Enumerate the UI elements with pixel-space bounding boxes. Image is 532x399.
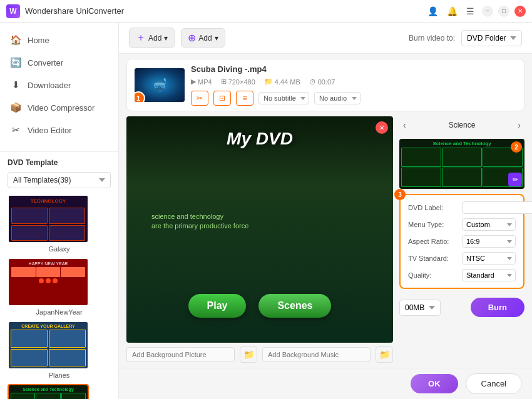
add-chapter-button[interactable]: ⊕ Add ▾ [181, 28, 225, 48]
file-duration: ⏱ 00:07 [309, 78, 335, 86]
aspect-ratio-label: Aspect Ratio: [408, 238, 458, 245]
top-bar: ＋ Add ▾ ⊕ Add ▾ Burn video to: DVD Folde… [119, 23, 532, 54]
format-icon: ▶ [191, 78, 196, 86]
template-thumb-galaxy: TECHNOLOGY [8, 194, 89, 243]
dvd-settings: DVD Label: Menu Type: Custom No Menu Aut… [399, 194, 524, 289]
titlebar-right: 👤 🔔 ☰ − □ ✕ [425, 5, 526, 18]
file-name: Scuba Diving -.mp4 [191, 64, 516, 74]
badge-3-wrap: 3 DVD Label: Menu Type: Custom No Menu A… [399, 194, 524, 289]
edit-template-button[interactable]: ✏ [508, 173, 522, 186]
menu-type-label: Menu Type: [408, 221, 458, 228]
template-label-planes: Planes [8, 371, 111, 379]
menu-type-select[interactable]: Custom No Menu Auto [462, 218, 516, 231]
tv-standard-label: TV Standard: [408, 255, 458, 262]
file-thumbnail: 🤿 1 [135, 68, 185, 102]
tv-standard-select[interactable]: NTSC PAL [462, 252, 516, 265]
dvd-label-input[interactable] [462, 201, 532, 214]
template-item-galaxy[interactable]: TECHNOLOGY Galaxy [8, 194, 111, 253]
sidebar-item-video-compressor-label: Video Compressor [28, 103, 95, 113]
dvd-label-row: DVD Label: [408, 201, 516, 214]
app-title: Wondershare UniConverter [25, 6, 124, 16]
bg-picture-input[interactable] [126, 347, 235, 362]
home-icon: 🏠 [10, 34, 21, 46]
nav-prev-arrow[interactable]: ‹ [399, 119, 410, 131]
sidebar-item-converter-label: Converter [28, 58, 63, 68]
burn-button[interactable]: Burn [471, 298, 524, 317]
burn-to-select[interactable]: DVD Folder DVD Disc ISO File [461, 30, 522, 46]
menu-type-row: Menu Type: Custom No Menu Auto [408, 218, 516, 231]
add-chapter-label: Add [198, 34, 212, 43]
crop-button[interactable]: ⊡ [213, 91, 231, 106]
sidebar-item-converter[interactable]: 🔄 Converter [0, 51, 118, 74]
scissors-button[interactable]: ✂ [191, 91, 208, 106]
menu-icon[interactable]: ☰ [464, 5, 477, 18]
file-info: Scuba Diving -.mp4 ▶ MP4 ⊞ 720×480 📁 4.4… [191, 64, 516, 106]
downloader-icon: ⬇ [10, 79, 21, 91]
content-area: ＋ Add ▾ ⊕ Add ▾ Burn video to: DVD Folde… [119, 23, 532, 399]
bg-music-input[interactable] [262, 347, 371, 362]
ok-button[interactable]: OK [411, 374, 458, 393]
sidebar-item-downloader[interactable]: ⬇ Downloader [0, 74, 118, 96]
duration-icon: ⏱ [309, 78, 316, 86]
nav-next-arrow[interactable]: › [514, 119, 524, 131]
maximize-button[interactable]: □ [498, 6, 509, 17]
aspect-ratio-select[interactable]: 16:9 4:3 [462, 235, 516, 248]
subtitle-select[interactable]: No subtitle [258, 92, 309, 104]
preview-canvas: ✕ My DVD science and technologyare the p… [126, 116, 393, 343]
titlebar: W Wondershare UniConverter 👤 🔔 ☰ − □ ✕ [0, 0, 532, 23]
close-button[interactable]: ✕ [514, 6, 526, 17]
template-label-galaxy: Galaxy [8, 245, 111, 253]
planes-visual: CREATE YOUR GALLERY [9, 322, 88, 368]
science-preview-title: Science and Technology [401, 141, 523, 146]
template-dropdown[interactable]: All Templates(39) [8, 172, 111, 188]
bg-picture-folder-button[interactable]: 📁 [240, 346, 257, 363]
preview-close-button[interactable]: ✕ [376, 121, 388, 134]
cancel-button[interactable]: Cancel [466, 373, 522, 394]
aspect-ratio-row: Aspect Ratio: 16:9 4:3 [408, 235, 516, 248]
template-thumb-planes: CREATE YOUR GALLERY [8, 321, 89, 370]
template-item-science[interactable]: Science and Technology Science [8, 384, 111, 399]
galaxy-visual: TECHNOLOGY [9, 196, 88, 242]
minimize-button[interactable]: − [482, 6, 493, 17]
file-format: ▶ MP4 [191, 78, 212, 86]
science-nav: ‹ Science › [399, 116, 524, 134]
video-editor-icon: ✂ [10, 124, 21, 136]
effects-button[interactable]: ≡ [236, 91, 253, 106]
dive-figure-icon: 🤿 [152, 78, 168, 93]
bottom-actions: OK Cancel [411, 373, 522, 394]
dvd-label-label: DVD Label: [408, 204, 458, 211]
dvd-scenes-button[interactable]: Scenes [258, 294, 331, 318]
file-meta: ▶ MP4 ⊞ 720×480 📁 4.44 MB ⏱ 00:07 [191, 78, 516, 86]
template-item-planes[interactable]: CREATE YOUR GALLERY Planes [8, 321, 111, 379]
titlebar-left: W Wondershare UniConverter [6, 4, 124, 18]
sidebar-item-video-editor-label: Video Editor [28, 126, 72, 135]
bell-icon[interactable]: 🔔 [444, 5, 460, 18]
resolution-icon: ⊞ [221, 78, 227, 86]
template-thumb-science: Science and Technology [8, 384, 89, 399]
dvd-buttons: Play Scenes [188, 294, 332, 318]
burn-to-label: Burn video to: [409, 34, 455, 43]
sidebar-item-home[interactable]: 🏠 Home [0, 29, 118, 51]
dvd-play-button[interactable]: Play [188, 294, 247, 318]
add-media-button[interactable]: ＋ Add ▾ [129, 28, 175, 48]
quality-select[interactable]: Standard High Low [462, 269, 516, 281]
dvd-template-section: DVD Template All Templates(39) TECHNOLOG… [0, 151, 118, 399]
file-resolution: ⊞ 720×480 [221, 78, 255, 86]
main-layout: 🏠 Home 🔄 Converter ⬇ Downloader 📦 Video … [0, 23, 532, 399]
sidebar-item-video-editor[interactable]: ✂ Video Editor [0, 119, 118, 141]
badge-2: 2 [511, 141, 522, 153]
bg-music-folder-button[interactable]: 📁 [376, 346, 393, 363]
burn-row: 00MB Burn [399, 298, 524, 317]
video-compressor-icon: 📦 [10, 102, 21, 113]
quality-row: Quality: Standard High Low [408, 269, 516, 281]
app-icon: W [6, 4, 20, 18]
dvd-preview-title: My DVD [227, 129, 293, 149]
template-item-japan[interactable]: HAPPY NEW YEAR [8, 258, 111, 316]
audio-select[interactable]: No audio [314, 92, 361, 104]
user-icon[interactable]: 👤 [425, 5, 441, 18]
bottom-bar: OK Cancel [119, 368, 532, 399]
size-select[interactable]: 00MB [399, 300, 441, 316]
sidebar-item-video-compressor[interactable]: 📦 Video Compressor [0, 96, 118, 119]
add-chapter-icon: ⊕ [188, 32, 196, 44]
file-item: 🤿 1 Scuba Diving -.mp4 ▶ MP4 ⊞ 720×480 [126, 59, 524, 111]
